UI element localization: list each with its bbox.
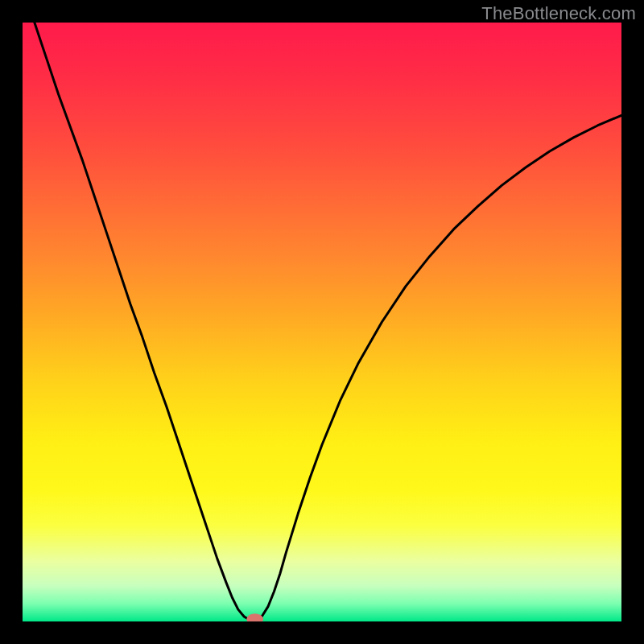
- watermark-text: TheBottleneck.com: [481, 3, 636, 24]
- chart-svg: [23, 23, 621, 621]
- chart-background: [23, 23, 621, 621]
- chart-frame: TheBottleneck.com: [0, 0, 644, 644]
- bottleneck-chart: [23, 23, 621, 621]
